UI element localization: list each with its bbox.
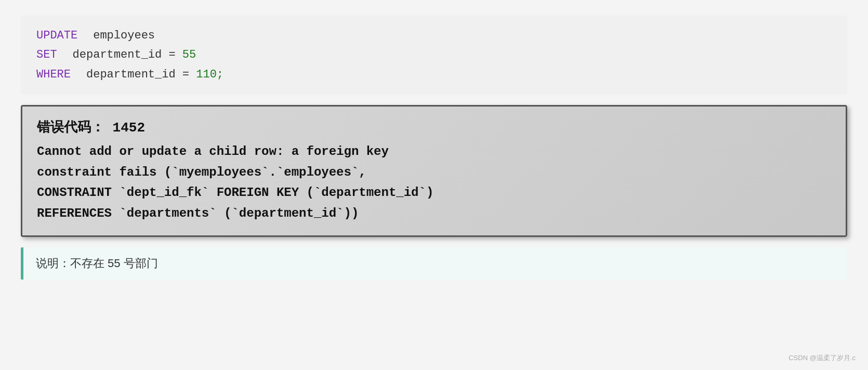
code-line-3: WHERE department_id = 110; bbox=[36, 65, 832, 84]
keyword-set: SET bbox=[36, 45, 57, 64]
error-title: 错误代码： 1452 bbox=[37, 118, 831, 136]
note-text: 说明：不存在 55 号部门 bbox=[36, 257, 158, 270]
note-box: 说明：不存在 55 号部门 bbox=[21, 247, 847, 280]
code-set-val: 55 bbox=[182, 48, 196, 61]
error-line-4: REFERENCES `departments` (`department_id… bbox=[37, 203, 831, 224]
error-line-1: Cannot add or update a child row: a fore… bbox=[37, 141, 831, 162]
error-title-label: 错误代码： bbox=[37, 120, 104, 136]
error-message: Cannot add or update a child row: a fore… bbox=[37, 141, 831, 223]
code-where-eq: = bbox=[182, 68, 196, 81]
code-line-2: SET department_id = 55 bbox=[36, 45, 832, 64]
code-where-expression: department_id = 110; bbox=[86, 65, 223, 84]
error-box: 错误代码： 1452 Cannot add or update a child … bbox=[21, 105, 847, 236]
code-set-col: department_id bbox=[73, 48, 162, 61]
page-container: UPDATE employees SET department_id = 55 … bbox=[0, 0, 868, 370]
sql-code-block: UPDATE employees SET department_id = 55 … bbox=[21, 16, 847, 95]
keyword-update: UPDATE bbox=[36, 26, 77, 45]
keyword-where: WHERE bbox=[36, 65, 71, 84]
error-code: 1452 bbox=[113, 120, 145, 136]
code-table-name: employees bbox=[93, 26, 155, 45]
csdn-watermark: CSDN @温柔了岁月.c bbox=[788, 353, 856, 363]
error-line-2: constraint fails (`myemployees`.`employe… bbox=[37, 162, 831, 183]
code-set-expression: department_id = 55 bbox=[73, 45, 196, 64]
error-line-3: CONSTRAINT `dept_id_fk` FOREIGN KEY (`de… bbox=[37, 182, 831, 203]
code-set-eq: = bbox=[168, 48, 182, 61]
code-line-1: UPDATE employees bbox=[36, 26, 832, 45]
code-where-val: 110; bbox=[196, 68, 223, 81]
code-where-col: department_id bbox=[86, 68, 176, 81]
